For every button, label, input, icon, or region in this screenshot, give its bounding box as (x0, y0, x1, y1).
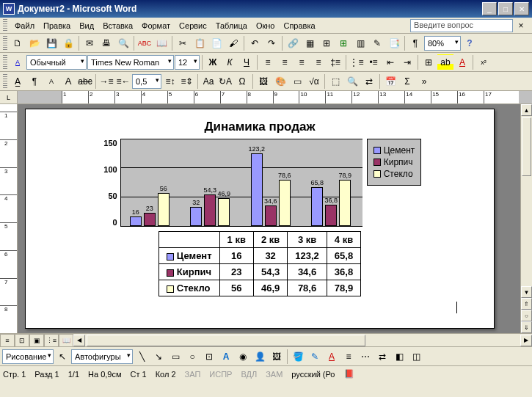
paste-icon[interactable]: 📄 (208, 35, 225, 51)
wordart-icon[interactable]: A (218, 349, 234, 365)
line-color-icon[interactable]: ✎ (307, 349, 323, 365)
columns-icon[interactable]: ▥ (352, 35, 368, 51)
zoom-combo[interactable]: 80% (424, 36, 461, 51)
help-search-input[interactable]: Введите вопрос (410, 19, 513, 32)
undo-icon[interactable]: ↶ (247, 35, 263, 51)
menu-window[interactable]: Окно (252, 20, 280, 32)
dash-style-icon[interactable]: ⋯ (357, 349, 374, 365)
outline-view-icon[interactable]: ⋮≡ (44, 334, 59, 347)
help-icon[interactable]: ? (462, 35, 478, 51)
borders-icon[interactable]: ⊞ (420, 54, 437, 70)
line-style-icon[interactable]: ≡ (340, 349, 357, 365)
strike-icon[interactable]: abc (77, 73, 93, 90)
autoshapes-menu[interactable]: Автофигуры (71, 349, 133, 364)
print-preview-icon[interactable]: 🔍 (115, 35, 131, 51)
status-spellcheck-icon[interactable]: 📕 (344, 369, 354, 379)
symbol-icon[interactable]: ¶ (26, 73, 43, 90)
status-ext[interactable]: ВДЛ (241, 370, 257, 379)
status-lang[interactable]: русский (Ро (291, 370, 335, 379)
frame-icon[interactable]: ▭ (289, 73, 305, 90)
menu-edit[interactable]: Правка (39, 20, 75, 32)
align-justify-icon[interactable]: ≡ (310, 54, 327, 70)
show-marks-icon[interactable]: ¶ (407, 35, 423, 51)
select-all-icon[interactable]: ⬚ (327, 73, 343, 90)
next-page-icon[interactable]: ⇓ (521, 321, 532, 333)
toolbar-grip[interactable] (3, 55, 7, 70)
line-spacing-icon[interactable]: ‡≡ (327, 54, 343, 70)
oval-icon[interactable]: ○ (184, 349, 200, 365)
status-rec[interactable]: ЗАП (185, 370, 201, 379)
menu-tools[interactable]: Сервис (175, 20, 211, 32)
decrease-font-icon[interactable]: A (43, 73, 59, 90)
select-objects-icon[interactable]: ↖ (54, 349, 70, 365)
font-color-draw-icon[interactable]: A (324, 349, 340, 365)
reading-view-icon[interactable]: 📖 (59, 334, 73, 347)
more-icon[interactable]: » (416, 73, 432, 90)
toolbar-grip[interactable] (3, 36, 7, 51)
text-direction-icon[interactable]: ↻A (217, 73, 233, 90)
scroll-right-icon[interactable]: ▶ (520, 335, 532, 346)
menu-insert[interactable]: Вставка (98, 20, 137, 32)
underline-icon[interactable]: Ч (238, 54, 255, 70)
research-icon[interactable]: 📖 (153, 35, 170, 51)
bullet-list-icon[interactable]: •≡ (365, 54, 382, 70)
normal-view-icon[interactable]: ≡ (0, 334, 15, 347)
indent-combo[interactable]: 0,5 (132, 74, 161, 89)
toolbar-grip[interactable] (3, 19, 7, 32)
browse-object-icon[interactable]: ○ (521, 310, 532, 321)
insert-symbol-icon[interactable]: Ω (234, 73, 250, 90)
shrink-spacing-icon[interactable]: ≡⇕ (179, 73, 195, 90)
drawing-menu[interactable]: Рисование (2, 349, 54, 364)
save-icon[interactable]: 💾 (43, 35, 59, 51)
align-right-icon[interactable]: ≡ (294, 54, 310, 70)
arrow-icon[interactable]: ↘ (150, 349, 167, 365)
3d-icon[interactable]: ◫ (408, 349, 424, 365)
scroll-left-icon[interactable]: ◀ (73, 335, 85, 346)
status-trk[interactable]: ИСПР (209, 370, 232, 379)
first-line-indent-icon[interactable]: →≡ (98, 73, 114, 90)
italic-icon[interactable]: К (222, 54, 238, 70)
date-icon[interactable]: 📅 (382, 73, 398, 90)
menu-help[interactable]: Справка (279, 20, 319, 32)
vertical-scrollbar[interactable]: ▲ ▼ ⇑ ○ ⇓ (520, 104, 532, 333)
grow-spacing-icon[interactable]: ≡↕ (162, 73, 178, 90)
indent-icon[interactable]: ⇥ (399, 54, 415, 70)
close-button[interactable]: ✕ (514, 2, 529, 15)
font-size-combo[interactable]: 12 (175, 55, 200, 70)
hyperlink-icon[interactable]: 🔗 (285, 35, 301, 51)
hanging-indent-icon[interactable]: ≡← (115, 73, 131, 90)
mail-icon[interactable]: ✉ (81, 35, 98, 51)
arrow-style-icon[interactable]: ⇄ (374, 349, 390, 365)
highlight-icon[interactable]: ab (437, 54, 453, 70)
superscript-icon[interactable]: x² (475, 54, 492, 70)
clipart-icon[interactable]: 👤 (252, 349, 268, 365)
cut-icon[interactable]: ✂ (175, 35, 191, 51)
menu-view[interactable]: Вид (75, 20, 98, 32)
scroll-thumb-h[interactable] (87, 335, 365, 346)
textbox-icon[interactable]: ⊡ (201, 349, 217, 365)
line-icon[interactable]: ╲ (134, 349, 150, 365)
font-combo[interactable]: Times New Roman (87, 55, 174, 70)
image-icon[interactable]: 🖼 (255, 73, 272, 90)
replace-icon[interactable]: ⇄ (361, 73, 377, 90)
menu-close-button[interactable]: × (513, 18, 529, 34)
font-dialog-icon[interactable]: A̲ (10, 73, 26, 90)
format-painter-icon[interactable]: 🖌 (225, 35, 241, 51)
bold-icon[interactable]: Ж (205, 54, 221, 70)
menu-file[interactable]: Файл (10, 20, 39, 32)
change-case-icon[interactable]: Aa (200, 73, 216, 90)
ruler-corner[interactable]: L (0, 91, 18, 103)
horizontal-scrollbar[interactable]: ◀ ▶ (73, 334, 532, 346)
styles-pane-icon[interactable]: A (10, 54, 26, 70)
status-ovr[interactable]: ЗАМ (266, 370, 283, 379)
toolbar-grip[interactable] (3, 74, 7, 89)
drawing-toggle-icon[interactable]: ✎ (369, 35, 385, 51)
horizontal-ruler[interactable]: L 1234567891011121314151617 (0, 91, 532, 104)
menu-format[interactable]: Формат (137, 20, 175, 32)
new-doc-icon[interactable]: 🗋 (10, 35, 26, 51)
scroll-down-icon[interactable]: ▼ (521, 286, 532, 298)
align-left-icon[interactable]: ≡ (260, 54, 276, 70)
excel-icon[interactable]: ⊞ (335, 35, 351, 51)
document-area[interactable]: Динамика продаж 150 100 50 0 1623563254,… (18, 104, 532, 333)
prev-page-icon[interactable]: ⇑ (521, 298, 532, 310)
